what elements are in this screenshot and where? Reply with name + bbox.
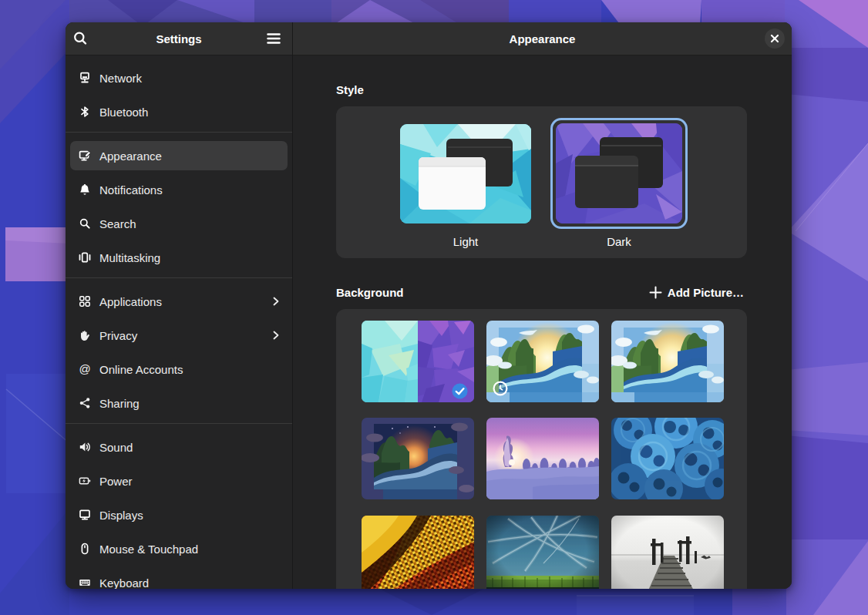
svg-text:@: @ [79,363,90,375]
